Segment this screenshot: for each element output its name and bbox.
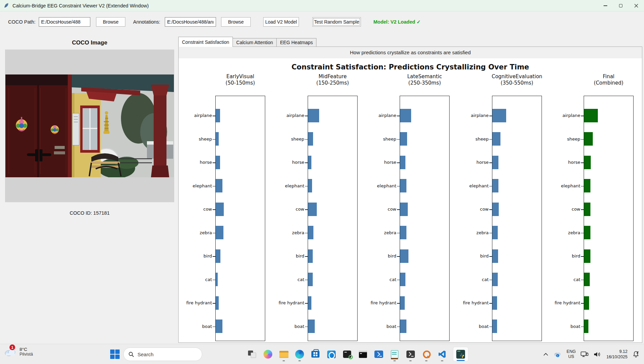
test-random-sample-button[interactable]: Test Random Sample	[312, 17, 361, 27]
axis-tick	[397, 186, 400, 187]
powershell-icon[interactable]	[374, 347, 384, 362]
category-label: airplane	[547, 113, 580, 119]
axis-tick	[305, 233, 308, 234]
prediction-bar-cow	[400, 203, 408, 216]
axis-tick	[305, 186, 308, 187]
load-model-button[interactable]: Load V2 Model	[263, 17, 299, 27]
prediction-bar-sheep	[400, 132, 407, 146]
prediction-bar-elephant	[308, 179, 312, 192]
category-label: zebra	[271, 230, 304, 236]
close-icon	[634, 4, 638, 8]
start-button[interactable]	[110, 350, 120, 359]
axis-tick	[489, 233, 492, 234]
category-label: bird	[363, 253, 396, 259]
annotations-label: Annotations:	[133, 19, 160, 25]
axis-tick	[213, 327, 215, 327]
file-explorer-icon[interactable]	[279, 347, 289, 362]
category-label: cat	[363, 277, 396, 283]
taskbar-weather-widget[interactable]: 1 8°C Pilvistä	[3, 346, 33, 357]
category-label: boat	[271, 324, 304, 330]
category-label: bird	[547, 253, 580, 259]
chart-banner-text: How predictions crystallize as constrain…	[179, 47, 642, 58]
prediction-bar-boat	[584, 320, 588, 333]
command-prompt-icon[interactable]	[342, 347, 352, 362]
language-indicator[interactable]: ENG US	[566, 349, 576, 359]
system-tray: ENG US 9.12 16/10/2025	[543, 344, 639, 364]
console-host-icon[interactable]	[358, 347, 368, 362]
axis-tick	[397, 162, 400, 163]
axis-tick	[397, 280, 400, 280]
coco-path-label: COCO Path:	[8, 19, 35, 25]
subplot-frame	[584, 96, 634, 341]
windows-terminal-icon[interactable]	[405, 347, 416, 362]
coco-image	[5, 74, 174, 177]
category-label: airplane	[455, 113, 489, 119]
task-view-icon[interactable]	[247, 347, 257, 362]
axis-tick	[489, 162, 492, 163]
outlook-icon[interactable]	[326, 347, 336, 362]
category-label: cow	[547, 206, 580, 212]
close-button[interactable]	[628, 0, 644, 11]
category-label: zebra	[178, 230, 212, 236]
tray-chevron-up-icon[interactable]	[543, 353, 548, 356]
category-label: sheep	[271, 136, 304, 142]
prediction-bar-fire-hydrant	[492, 296, 497, 310]
minimize-button[interactable]	[597, 0, 613, 11]
category-label: cat	[547, 277, 580, 283]
prediction-bar-horse	[492, 156, 498, 169]
browse-annotations-button[interactable]: Browse	[221, 17, 251, 27]
clock[interactable]: 9.12 16/10/2025	[606, 349, 627, 360]
weather-badge: 1	[9, 344, 15, 350]
prediction-bar-fire-hydrant	[400, 296, 405, 310]
axis-tick	[305, 327, 308, 327]
prediction-bar-bird	[492, 249, 498, 263]
tab-eeg-heatmaps[interactable]: EEG Heatmaps	[276, 38, 316, 47]
axis-tick	[581, 186, 584, 187]
axis-tick	[305, 280, 308, 280]
prediction-bar-zebra	[216, 226, 223, 239]
onedrive-cloud-icon[interactable]	[553, 351, 561, 357]
coco-image-heading: COCO Image	[5, 39, 174, 46]
axis-tick	[397, 233, 400, 234]
taskbar-search[interactable]: Search	[123, 347, 202, 361]
window-title: Calcium-Bridge EEG Constraint Viewer V2 …	[12, 3, 149, 8]
category-label: elephant	[363, 183, 396, 189]
coco-id-caption: COCO ID: 157181	[5, 210, 174, 216]
tab-content-panel: How predictions crystallize as constrain…	[178, 47, 642, 343]
edge-icon[interactable]	[295, 347, 305, 362]
prediction-bar-sheep	[492, 132, 500, 146]
weather-condition: Pilvistä	[20, 352, 33, 357]
python-app-icon[interactable]	[453, 347, 468, 362]
prediction-bar-boat	[308, 320, 315, 333]
category-label: cow	[178, 206, 212, 212]
network-icon[interactable]	[581, 351, 589, 357]
volume-icon[interactable]	[594, 352, 601, 357]
annotations-input[interactable]	[165, 17, 216, 27]
copilot-icon[interactable]	[263, 347, 273, 362]
desktop: Calcium-Bridge EEG Constraint Viewer V2 …	[0, 0, 644, 364]
coco-path-input[interactable]	[39, 17, 90, 27]
vscode-icon[interactable]	[437, 347, 447, 362]
axis-tick	[581, 116, 584, 116]
tab-constraint-satisfaction[interactable]: Constraint Satisfaction	[178, 37, 233, 47]
category-label: cat	[271, 277, 304, 283]
tab-calcium-attention[interactable]: Calcium Attention	[233, 38, 277, 47]
axis-tick	[489, 327, 492, 327]
category-label: elephant	[455, 183, 489, 189]
prediction-bar-fire-hydrant	[308, 296, 311, 310]
notepad-icon[interactable]	[390, 347, 400, 362]
prediction-bar-airplane	[216, 109, 220, 122]
search-tool-icon[interactable]	[421, 347, 431, 362]
microsoft-store-icon[interactable]	[310, 347, 320, 362]
category-label: horse	[363, 159, 396, 165]
maximize-button[interactable]	[613, 0, 628, 11]
prediction-bar-elephant	[216, 179, 222, 192]
category-label: horse	[547, 159, 580, 165]
prediction-bar-zebra	[308, 226, 313, 239]
notification-bell-icon[interactable]	[633, 351, 639, 358]
search-icon	[128, 352, 134, 357]
category-label: airplane	[363, 113, 396, 119]
category-label: cow	[271, 206, 304, 212]
browse-coco-button[interactable]: Browse	[96, 17, 125, 27]
tab-bar: Constraint Satisfaction Calcium Attentio…	[178, 36, 316, 47]
